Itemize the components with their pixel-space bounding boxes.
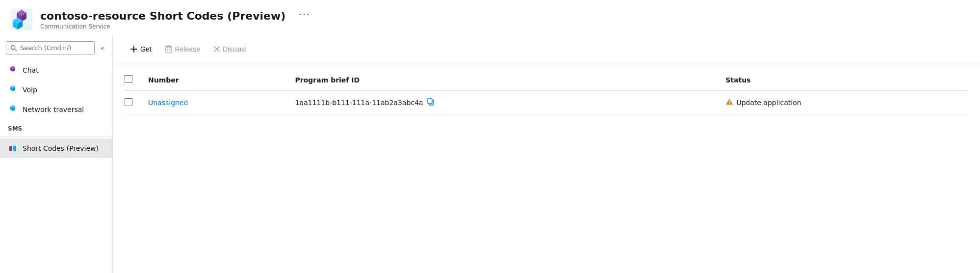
row-checkbox[interactable]: [125, 98, 132, 106]
svg-line-8: [15, 49, 17, 51]
svg-rect-19: [13, 146, 16, 151]
main-layout: Search (Cmd+/) « Chat Voip: [0, 35, 980, 273]
header-title-group: contoso-resource Short Codes (Preview) C…: [40, 9, 285, 30]
network-cube-icon: [8, 105, 18, 114]
table-header-row: Number Program brief ID Status: [125, 71, 968, 91]
voip-cube-icon: [8, 85, 18, 95]
get-button[interactable]: Get: [125, 42, 157, 56]
title-suffix: Short Codes (Preview): [146, 10, 285, 22]
sidebar-item-network-traversal[interactable]: Network traversal: [0, 100, 112, 119]
status-content: ! Update application: [725, 98, 962, 108]
x-icon: [214, 46, 220, 52]
voip-label: Voip: [23, 86, 37, 94]
page-header: contoso-resource Short Codes (Preview) C…: [0, 0, 980, 35]
page-title: contoso-resource Short Codes (Preview): [40, 9, 285, 24]
status-label: Update application: [736, 99, 801, 107]
short-codes-icon: [8, 143, 18, 153]
id-cell-content: 1aa1111b-b111-111a-11ab2a3abc4a: [295, 98, 714, 108]
table-row: Unassigned 1aa1111b-b111-111a-11ab2a3abc…: [125, 91, 968, 115]
release-button[interactable]: Release: [159, 42, 206, 56]
trash-icon: [165, 45, 172, 53]
network-traversal-label: Network traversal: [23, 106, 84, 113]
column-program-brief-id: Program brief ID: [289, 71, 720, 91]
sms-section-label: SMS: [0, 119, 112, 134]
resource-name: contoso-resource: [40, 10, 146, 22]
svg-text:!: !: [728, 100, 730, 105]
search-row: Search (Cmd+/) «: [0, 39, 112, 60]
column-number: Number: [142, 71, 289, 91]
sidebar-item-chat[interactable]: Chat: [0, 60, 112, 80]
table-area: Number Program brief ID Status: [113, 63, 980, 273]
short-codes-label: Short Codes (Preview): [23, 144, 99, 152]
sidebar-item-short-codes[interactable]: Short Codes (Preview): [0, 138, 112, 158]
svg-rect-18: [9, 146, 12, 151]
data-table: Number Program brief ID Status: [125, 71, 968, 115]
toolbar: Get Release Discard: [113, 35, 980, 63]
number-cell: Unassigned: [142, 91, 289, 115]
search-icon: [10, 45, 17, 52]
search-box[interactable]: Search (Cmd+/): [6, 41, 95, 55]
sidebar: Search (Cmd+/) « Chat Voip: [0, 35, 113, 273]
app-logo: [10, 8, 33, 31]
status-cell: ! Update application: [720, 91, 968, 115]
svg-rect-30: [428, 99, 432, 104]
program-brief-id-cell: 1aa1111b-b111-111a-11ab2a3abc4a: [289, 91, 720, 115]
number-link[interactable]: Unassigned: [148, 99, 188, 107]
collapse-sidebar-button[interactable]: «: [99, 43, 106, 53]
discard-button[interactable]: Discard: [208, 42, 252, 56]
sms-divider: [0, 136, 112, 136]
warning-icon: !: [725, 98, 733, 108]
program-brief-id-value: 1aa1111b-b111-111a-11ab2a3abc4a: [295, 99, 423, 107]
svg-rect-22: [166, 47, 172, 53]
content-area: Get Release Discard: [113, 35, 980, 273]
page-subtitle: Communication Service: [40, 23, 285, 30]
sidebar-item-voip[interactable]: Voip: [0, 80, 112, 100]
more-options-button[interactable]: ···: [298, 10, 310, 20]
search-placeholder: Search (Cmd+/): [20, 44, 71, 52]
column-status: Status: [720, 71, 968, 91]
header-checkbox[interactable]: [125, 75, 132, 83]
row-checkbox-cell: [125, 91, 142, 115]
copy-icon[interactable]: [427, 98, 435, 108]
header-checkbox-cell: [125, 71, 142, 91]
svg-rect-24: [167, 46, 170, 47]
chat-label: Chat: [23, 66, 39, 74]
chat-cube-icon: [8, 65, 18, 75]
plus-icon: [130, 46, 137, 53]
